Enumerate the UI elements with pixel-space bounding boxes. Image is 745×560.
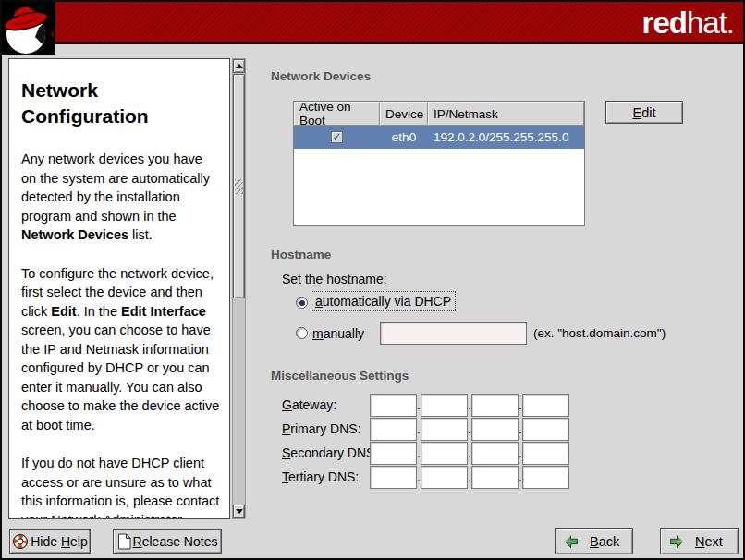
- radio-automatic-dhcp[interactable]: [296, 297, 308, 309]
- primary-dns-octet-2[interactable]: [421, 418, 468, 441]
- automatic-dhcp-label[interactable]: automatically via DHCP: [311, 291, 456, 311]
- primary-dns-octet-3[interactable]: [471, 418, 519, 441]
- column-header-device[interactable]: Device: [380, 102, 428, 126]
- hide-help-label: Hide Help: [31, 534, 88, 549]
- tertiary-dns-octet-1[interactable]: [370, 466, 417, 489]
- help-paragraph-2: To configure the network device, first s…: [21, 264, 220, 435]
- secondary-dns-label: Secondary DNS:: [282, 442, 378, 465]
- secondary-dns-octet-1[interactable]: [370, 442, 417, 465]
- gateway-octets: ...: [370, 394, 569, 417]
- arrow-up-icon: [236, 64, 243, 68]
- table-row-eth0[interactable]: ✓ eth0 192.0.2.0/255.255.255.0: [294, 126, 584, 149]
- installer-window: redhat. ® Network Configuration Any netw…: [0, 0, 745, 560]
- tertiary-dns-label: Tertiary DNS:: [282, 466, 359, 489]
- network-devices-header: Network Devices: [271, 69, 371, 83]
- ip-netmask-cell: 192.0.2.0/255.255.255.0: [428, 130, 584, 144]
- primary-dns-octet-1[interactable]: [370, 418, 417, 441]
- life-preserver-icon: [12, 533, 29, 550]
- help-paragraph-1: Any network devices you have on the syst…: [21, 150, 220, 245]
- hostname-header: Hostname: [271, 248, 331, 262]
- arrow-left-icon: [564, 534, 579, 549]
- device-cell: eth0: [380, 130, 428, 144]
- hostname-hint: (ex. "host.domain.com"): [533, 326, 666, 340]
- document-icon: [117, 533, 131, 550]
- gateway-octet-3[interactable]: [471, 394, 519, 417]
- next-button[interactable]: Next: [660, 528, 739, 554]
- set-hostname-label: Set the hostname:: [282, 272, 387, 286]
- tertiary-dns-octet-2[interactable]: [421, 466, 468, 489]
- gateway-label: Gateway:: [282, 394, 336, 417]
- misc-settings-header: Miscellaneous Settings: [271, 369, 409, 383]
- network-devices-table: Active on Boot Device IP/Netmask ✓ eth0 …: [293, 101, 585, 226]
- tertiary-dns-octet-3[interactable]: [471, 466, 519, 489]
- redhat-shadowman-logo-icon: ®: [2, 2, 55, 57]
- release-notes-label: Release Notes: [133, 534, 218, 549]
- active-on-boot-checkbox[interactable]: ✓: [331, 131, 343, 143]
- edit-button-label: Edit: [633, 105, 656, 120]
- tertiary-dns-octet-4[interactable]: [522, 466, 569, 489]
- svg-text:®: ®: [50, 31, 55, 38]
- scrollbar-thumb[interactable]: [233, 74, 245, 298]
- primary-dns-octet-4[interactable]: [522, 418, 569, 441]
- top-brand-bar: redhat.: [2, 2, 743, 44]
- help-scrollbar[interactable]: [232, 58, 246, 519]
- secondary-dns-octet-4[interactable]: [522, 442, 569, 465]
- gateway-octet-1[interactable]: [370, 394, 417, 417]
- help-panel: Network Configuration Any network device…: [8, 58, 230, 519]
- secondary-dns-octet-2[interactable]: [421, 442, 468, 465]
- hostname-input[interactable]: [380, 322, 527, 345]
- table-header-row: Active on Boot Device IP/Netmask: [294, 102, 584, 126]
- redhat-wordmark: redhat.: [642, 6, 734, 40]
- primary-dns-label: Primary DNS:: [282, 418, 361, 441]
- arrow-right-icon: [669, 534, 684, 549]
- gateway-octet-2[interactable]: [421, 394, 468, 417]
- radio-manually[interactable]: [296, 327, 308, 339]
- primary-dns-octets: ...: [370, 418, 569, 441]
- back-button[interactable]: Back: [555, 528, 633, 554]
- arrow-down-icon: [236, 509, 243, 514]
- secondary-dns-octets: ...: [370, 442, 569, 465]
- gateway-octet-4[interactable]: [522, 394, 569, 417]
- active-on-boot-cell: ✓: [294, 131, 380, 143]
- hide-help-button[interactable]: Hide Help: [9, 529, 91, 554]
- help-title: Network Configuration: [21, 78, 220, 129]
- column-header-ip-netmask[interactable]: IP/Netmask: [428, 102, 584, 126]
- help-paragraph-3: If you do not have DHCP client access or…: [21, 454, 220, 519]
- manually-label[interactable]: manually: [312, 326, 364, 341]
- column-header-active-on-boot[interactable]: Active on Boot: [294, 102, 380, 126]
- tertiary-dns-octets: ...: [370, 466, 569, 489]
- scroll-up-button[interactable]: [233, 59, 245, 73]
- back-button-label: Back: [590, 534, 619, 549]
- edit-button[interactable]: Edit: [605, 101, 683, 124]
- secondary-dns-octet-3[interactable]: [471, 442, 519, 465]
- wordmark-light: hat.: [687, 6, 734, 40]
- release-notes-button[interactable]: Release Notes: [113, 529, 222, 554]
- scrollbar-grip-icon: [235, 179, 243, 194]
- next-button-label: Next: [695, 534, 723, 549]
- wordmark-bold: red: [642, 6, 687, 40]
- scroll-down-button[interactable]: [233, 505, 245, 518]
